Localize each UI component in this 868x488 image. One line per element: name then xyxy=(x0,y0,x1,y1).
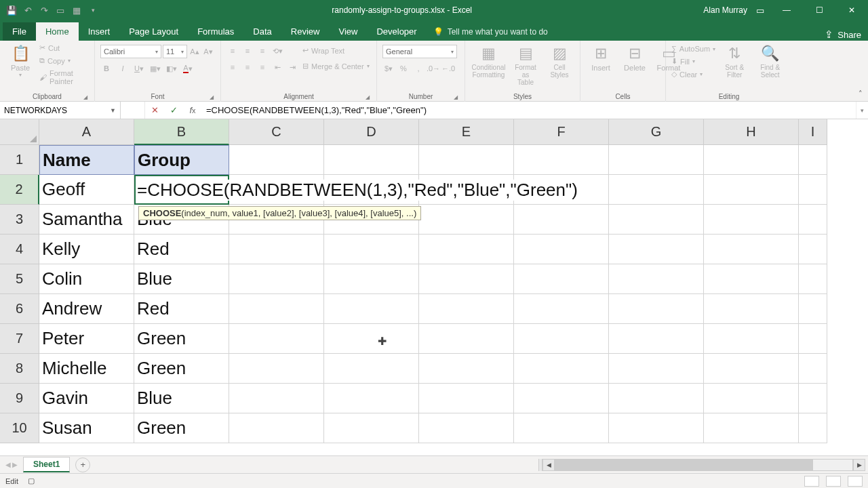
new-sheet-button[interactable]: + xyxy=(75,458,90,472)
cell-B5[interactable]: Blue xyxy=(134,264,229,294)
cell-A2[interactable]: Geoff xyxy=(39,175,134,205)
cell-C7[interactable] xyxy=(229,324,324,354)
align-bottom-icon[interactable]: ≡ xyxy=(256,45,269,57)
insert-function-button[interactable]: fx xyxy=(183,102,202,119)
cell-B6[interactable]: Red xyxy=(134,294,229,324)
increase-decimal-icon[interactable]: .0→ xyxy=(427,62,439,75)
delete-cells-button[interactable]: ⊟Delete xyxy=(620,42,650,73)
cell-A8[interactable]: Michelle xyxy=(39,354,134,384)
cell-F9[interactable] xyxy=(514,384,609,413)
cell-H9[interactable] xyxy=(704,384,799,413)
copy-button[interactable]: ⧉Copy▾ xyxy=(39,55,89,66)
sheet-tab[interactable]: Sheet1 xyxy=(23,457,70,472)
font-color-button[interactable]: A▾ xyxy=(182,62,194,75)
cell-G8[interactable] xyxy=(609,354,704,384)
row-header[interactable]: 1 xyxy=(0,145,39,175)
dialog-launcher-icon[interactable]: ◢ xyxy=(454,94,458,100)
font-name-combo[interactable]: Calibri▾ xyxy=(100,45,161,58)
column-header-a[interactable]: A xyxy=(39,119,134,145)
cell-A5[interactable]: Colin xyxy=(39,264,134,294)
row-header[interactable]: 6 xyxy=(0,294,39,324)
paste-button[interactable]: 📋 Paste ▾ xyxy=(5,42,35,79)
row-header[interactable]: 5 xyxy=(0,264,39,294)
row-header[interactable]: 4 xyxy=(0,235,39,264)
undo-icon[interactable]: ↶ xyxy=(20,3,35,18)
qat-icon-2[interactable]: ▦ xyxy=(69,3,84,18)
user-name[interactable]: Alan Murray xyxy=(703,5,747,15)
cell-A3[interactable]: Samantha xyxy=(39,205,134,235)
column-header-f[interactable]: F xyxy=(514,119,609,145)
cell-C8[interactable] xyxy=(229,354,324,384)
minimize-button[interactable]: — xyxy=(773,0,800,20)
cell-B1[interactable]: Group xyxy=(134,145,229,175)
normal-view-button[interactable] xyxy=(804,476,819,487)
cell-I2[interactable] xyxy=(799,175,827,205)
cell-G9[interactable] xyxy=(609,384,704,413)
tab-page-layout[interactable]: Page Layout xyxy=(119,22,188,41)
format-painter-button[interactable]: 🖌Format Painter xyxy=(39,68,89,87)
save-icon[interactable]: 💾 xyxy=(4,3,19,18)
cut-button[interactable]: ✂Cut xyxy=(39,42,89,54)
clear-button[interactable]: ◇Clear▾ xyxy=(671,68,715,80)
cell-E4[interactable] xyxy=(419,235,514,264)
cell-A6[interactable]: Andrew xyxy=(39,294,134,324)
percent-icon[interactable]: % xyxy=(397,62,410,75)
cell-H3[interactable] xyxy=(704,205,799,235)
cell-F3[interactable] xyxy=(514,205,609,235)
column-header-d[interactable]: D xyxy=(324,119,419,145)
row-header[interactable]: 10 xyxy=(0,413,39,443)
enter-formula-button[interactable]: ✓ xyxy=(164,102,183,119)
cell-I7[interactable] xyxy=(799,324,827,354)
row-header[interactable]: 2 xyxy=(0,175,39,205)
sheet-nav-prev-icon[interactable]: ◀ xyxy=(5,461,11,468)
close-button[interactable]: ✕ xyxy=(838,0,865,20)
spreadsheet-grid[interactable]: A B C D E F G H I 1NameGroup2Geoff=CHOOS… xyxy=(0,119,868,455)
align-top-icon[interactable]: ≡ xyxy=(226,45,239,57)
formula-input[interactable]: =CHOOSE(RANDBETWEEN(1,3),"Red","Blue","G… xyxy=(202,102,856,119)
page-break-view-button[interactable] xyxy=(848,476,863,487)
autosum-button[interactable]: ∑AutoSum▾ xyxy=(671,43,715,54)
cell-D1[interactable] xyxy=(324,145,419,175)
conditional-formatting-button[interactable]: ▦Conditional Formatting xyxy=(471,42,507,80)
qat-more-icon[interactable]: ▾ xyxy=(85,3,100,18)
font-size-combo[interactable]: 11▾ xyxy=(163,45,187,58)
bold-button[interactable]: B xyxy=(100,62,113,75)
cell-I5[interactable] xyxy=(799,264,827,294)
cell-H10[interactable] xyxy=(704,413,799,443)
cell-I9[interactable] xyxy=(799,384,827,413)
tab-formulas[interactable]: Formulas xyxy=(188,22,243,41)
cell-H2[interactable] xyxy=(704,175,799,205)
scroll-right-button[interactable]: ▶ xyxy=(853,459,865,471)
tab-developer[interactable]: Developer xyxy=(367,22,426,41)
cell-I3[interactable] xyxy=(799,205,827,235)
column-header-h[interactable]: H xyxy=(704,119,799,145)
cell-G6[interactable] xyxy=(609,294,704,324)
cell-F4[interactable] xyxy=(514,235,609,264)
cell-F1[interactable] xyxy=(514,145,609,175)
align-left-icon[interactable]: ≡ xyxy=(226,61,239,73)
name-box-dropdown-icon[interactable]: ▼ xyxy=(110,107,116,114)
column-header-g[interactable]: G xyxy=(609,119,704,145)
cell-B2[interactable]: =CHOOSE(RANDBETWEEN(1,3),"Red","Blue","G… xyxy=(134,175,229,205)
scroll-left-button[interactable]: ◀ xyxy=(542,459,555,471)
cell-E9[interactable] xyxy=(419,384,514,413)
align-center-icon[interactable]: ≡ xyxy=(241,61,254,73)
cell-B9[interactable]: Blue xyxy=(134,384,229,413)
cell-E10[interactable] xyxy=(419,413,514,443)
cell-C6[interactable] xyxy=(229,294,324,324)
align-middle-icon[interactable]: ≡ xyxy=(241,45,254,57)
comma-icon[interactable]: , xyxy=(412,62,425,75)
orientation-icon[interactable]: ⟲▾ xyxy=(271,45,283,57)
cell-I6[interactable] xyxy=(799,294,827,324)
cell-D8[interactable] xyxy=(324,354,419,384)
cell-G2[interactable] xyxy=(609,175,704,205)
redo-icon[interactable]: ↷ xyxy=(37,3,52,18)
collapse-ribbon-icon[interactable]: ˄ xyxy=(859,89,863,98)
cell-G7[interactable] xyxy=(609,324,704,354)
cell-F10[interactable] xyxy=(514,413,609,443)
cell-A10[interactable]: Susan xyxy=(39,413,134,443)
cell-G5[interactable] xyxy=(609,264,704,294)
tell-me-search[interactable]: 💡 Tell me what you want to do xyxy=(427,23,555,41)
cell-I1[interactable] xyxy=(799,145,827,175)
cell-A4[interactable]: Kelly xyxy=(39,235,134,264)
